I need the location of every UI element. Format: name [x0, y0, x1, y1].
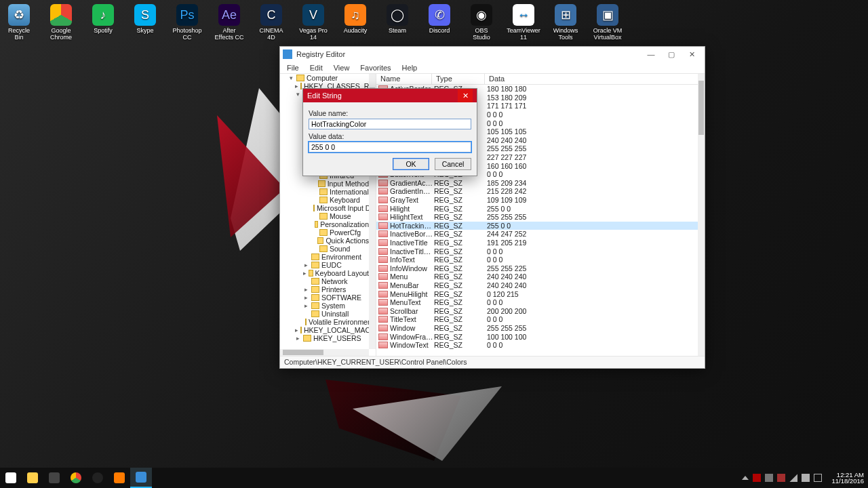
taskbar-obs[interactable]	[87, 468, 108, 488]
tray-notifications-icon[interactable]	[814, 474, 822, 482]
tray-icon[interactable]	[777, 474, 785, 482]
dialog-titlebar[interactable]: Edit String ✕	[303, 89, 477, 102]
tree-node[interactable]: Sound	[280, 245, 369, 253]
value-row[interactable]: MenuTextREG_SZ0 0 0	[376, 298, 698, 307]
value-row[interactable]: InactiveBorderREG_SZ244 247 252	[376, 230, 698, 239]
column-data[interactable]: Data	[485, 74, 705, 84]
tree-node[interactable]: ▸HKEY_LOCAL_MACHINE	[280, 326, 369, 334]
tree-node[interactable]: Mouse	[280, 212, 369, 220]
close-button[interactable]: ✕	[682, 47, 702, 61]
titlebar[interactable]: Registry Editor — ▢ ✕	[280, 47, 705, 62]
tree-toggle-icon[interactable]: ▸	[295, 326, 298, 334]
list-header[interactable]: Name Type Data	[376, 74, 705, 85]
value-row[interactable]: MenuREG_SZ240 240 240	[376, 272, 698, 281]
value-row[interactable]: HilightREG_SZ255 0 0	[376, 204, 698, 213]
tree-toggle-icon[interactable]: ▸	[303, 261, 309, 269]
value-row[interactable]: MenuHilightREG_SZ0 120 215	[376, 289, 698, 298]
value-row[interactable]: ScrollbarREG_SZ200 200 200	[376, 306, 698, 315]
column-name[interactable]: Name	[376, 74, 432, 84]
desktop-icon-skype[interactable]: SSkype	[130, 4, 160, 41]
tree-node[interactable]: PowerCfg	[280, 228, 369, 237]
list-vertical-scrollbar[interactable]	[698, 74, 705, 356]
desktop-icon-steam[interactable]: ◯Steam	[382, 4, 412, 41]
tree-node[interactable]: ▸HKEY_USERS	[280, 334, 369, 342]
menu-file[interactable]: File	[284, 63, 302, 73]
tree-node[interactable]: Microsoft Input D…	[280, 204, 369, 212]
tree-toggle-icon[interactable]: ▸	[295, 334, 301, 342]
desktop-icon-photoshop-cc[interactable]: PsPhotoshop CC	[172, 4, 202, 41]
tree-node[interactable]: International	[280, 188, 369, 196]
value-row[interactable]: InactiveTitleREG_SZ191 205 219	[376, 239, 698, 247]
tree-node[interactable]: Volatile Environment	[280, 318, 369, 326]
tree-node[interactable]: ▸Printers	[280, 285, 369, 293]
menu-view[interactable]: View	[331, 63, 353, 73]
tree-node[interactable]: ▾Computer	[280, 74, 369, 82]
taskbar-chrome[interactable]	[65, 468, 87, 488]
desktop-icon-discord[interactable]: ✆Discord	[425, 4, 454, 41]
tree-toggle-icon[interactable]: ▸	[303, 302, 309, 310]
value-row[interactable]: WindowTextREG_SZ0 0 0	[376, 341, 698, 350]
menu-favorites[interactable]: Favorites	[357, 63, 393, 73]
dialog-close-button[interactable]: ✕	[458, 89, 473, 102]
taskbar-clock[interactable]: 12:21 AM 11/18/2016	[827, 470, 868, 486]
value-row[interactable]: InactiveTitleTextREG_SZ0 0 0	[376, 247, 698, 256]
tree-node[interactable]: ▸EUDC	[280, 261, 369, 269]
column-type[interactable]: Type	[432, 74, 485, 84]
tree-toggle-icon[interactable]: ▾	[295, 90, 301, 98]
cancel-button[interactable]: Cancel	[435, 158, 471, 170]
desktop-icon-audacity[interactable]: ♫Audacity	[340, 4, 370, 41]
tree-node[interactable]: ▸SOFTWARE	[280, 293, 369, 302]
tray-icon[interactable]	[753, 474, 761, 482]
tree-node[interactable]: Input Method	[280, 180, 369, 188]
value-row[interactable]: GrayTextREG_SZ109 109 109	[376, 196, 698, 205]
taskbar-start[interactable]	[0, 468, 22, 488]
desktop-icon-spotify[interactable]: ♪Spotify	[88, 4, 118, 41]
value-name-input[interactable]	[309, 119, 471, 129]
tray-chevron-icon[interactable]	[742, 476, 749, 480]
value-row[interactable]: WindowREG_SZ255 255 255	[376, 324, 698, 333]
menu-help[interactable]: Help	[399, 63, 420, 73]
system-tray[interactable]	[736, 474, 827, 482]
value-row[interactable]: GradientInactiv…REG_SZ215 228 242	[376, 187, 698, 196]
tree-horizontal-scrollbar[interactable]	[280, 349, 369, 356]
desktop-icon-google-chrome[interactable]: Google Chrome	[46, 4, 76, 41]
tray-network-icon[interactable]	[789, 474, 797, 482]
desktop-icon-after-effects-cc[interactable]: AeAfter Effects CC	[214, 4, 244, 41]
tree-node[interactable]: Keyboard	[280, 196, 369, 204]
tree-node[interactable]: Environment	[280, 253, 369, 261]
desktop-icon-cinema-4d[interactable]: CCINEMA 4D	[256, 4, 286, 41]
desktop-icon-vegas-pro-14[interactable]: VVegas Pro 14	[298, 4, 328, 41]
tree-toggle-icon[interactable]: ▸	[303, 293, 309, 302]
desktop-icon-oracle-vm-virtualbox[interactable]: ▣Oracle VM VirtualBox	[593, 4, 623, 41]
tree-node[interactable]: Network	[280, 277, 369, 285]
tree-node[interactable]: Quick Actions	[280, 237, 369, 245]
ok-button[interactable]: OK	[393, 158, 429, 170]
value-row[interactable]: WindowFrameREG_SZ100 100 100	[376, 332, 698, 341]
tree-toggle-icon[interactable]: ▸	[303, 269, 307, 277]
tree-node[interactable]: Uninstall	[280, 310, 369, 318]
value-row[interactable]: MenuBarREG_SZ240 240 240	[376, 281, 698, 290]
taskbar-file-explorer[interactable]	[22, 468, 43, 488]
desktop-icon-obs-studio[interactable]: ◉OBS Studio	[467, 4, 496, 41]
minimize-button[interactable]: —	[641, 47, 661, 61]
tray-icon[interactable]	[765, 474, 773, 482]
maximize-button[interactable]: ▢	[661, 47, 682, 61]
tree-node[interactable]: ▸System	[280, 302, 369, 310]
desktop-icon-teamviewer-11[interactable]: ↔TeamViewer 11	[509, 4, 538, 41]
tree-toggle-icon[interactable]: ▾	[288, 74, 294, 82]
taskbar-task-view[interactable]	[43, 468, 65, 488]
desktop-icon-windows-tools[interactable]: ⊞Windows Tools	[551, 4, 580, 41]
menu-edit[interactable]: Edit	[307, 63, 326, 73]
value-row[interactable]: HotTrackingColorREG_SZ255 0 0	[376, 222, 698, 230]
taskbar-registry-editor[interactable]	[130, 468, 152, 488]
value-row[interactable]: GradientActiveT…REG_SZ185 209 234	[376, 179, 698, 188]
tree-node[interactable]: ▸Keyboard Layout	[280, 269, 369, 277]
tree-toggle-icon[interactable]: ▸	[303, 285, 309, 293]
value-data-input[interactable]	[309, 142, 471, 152]
value-row[interactable]: TitleTextREG_SZ0 0 0	[376, 315, 698, 324]
taskbar-blender[interactable]	[108, 468, 130, 488]
tree-node[interactable]: Personalization	[280, 220, 369, 228]
tray-volume-icon[interactable]	[802, 474, 810, 482]
value-row[interactable]: HilightTextREG_SZ255 255 255	[376, 213, 698, 222]
tree-toggle-icon[interactable]: ▸	[295, 82, 298, 90]
